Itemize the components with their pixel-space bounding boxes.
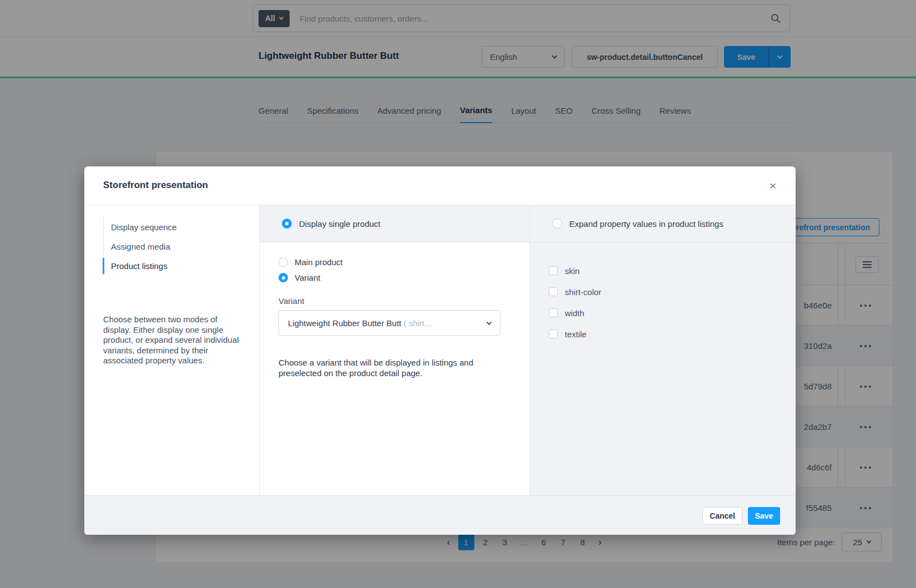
single-product-column: Display single product Main product Vari… [260, 205, 529, 495]
radio-unchecked-icon[interactable] [552, 219, 562, 229]
radio-unchecked-icon[interactable] [279, 257, 288, 267]
property-option-skin[interactable]: skin [549, 260, 796, 281]
single-product-settings: Main product Variant Variant Lightweight… [260, 242, 529, 378]
variant-select[interactable]: Lightweight Rubber Butter Butt ( shirt..… [279, 310, 500, 336]
variant-option[interactable]: Variant [279, 273, 529, 282]
expand-properties-column: Expand property values in product listin… [529, 205, 796, 495]
property-option-textile[interactable]: textile [549, 323, 796, 344]
storefront-presentation-modal: Storefront presentation × Display sequen… [84, 166, 796, 535]
variant-select-value: Lightweight Rubber Butter Butt [288, 318, 401, 328]
nav-item-assigned-media[interactable]: Assigned media [104, 237, 231, 256]
property-checkbox-list: skin shirt-color width textile [530, 242, 796, 344]
modal-title: Storefront presentation [103, 180, 208, 191]
modal-save-button[interactable]: Save [748, 507, 780, 525]
radio-checked-icon[interactable] [282, 219, 292, 229]
radio-checked-icon[interactable] [279, 273, 288, 282]
property-option-shirt-color[interactable]: shirt-color [549, 281, 796, 302]
expand-property-values-option[interactable]: Expand property values in product listin… [530, 205, 796, 242]
mode-description: Choose between two modes of display. Eit… [103, 315, 245, 366]
modal-nav-column: Display sequence Assigned media Product … [84, 205, 260, 495]
property-option-width[interactable]: width [549, 302, 796, 323]
variant-select-value-suffix: ( shirt... [401, 318, 431, 328]
checkbox-unchecked-icon[interactable] [549, 266, 558, 275]
main-product-option[interactable]: Main product [279, 257, 529, 267]
checkbox-unchecked-icon[interactable] [549, 308, 558, 317]
nav-item-display-sequence[interactable]: Display sequence [104, 217, 231, 237]
checkbox-unchecked-icon[interactable] [549, 330, 558, 338]
checkbox-unchecked-icon[interactable] [549, 287, 558, 296]
chevron-down-icon [487, 320, 492, 325]
modal-nav-list: Display sequence Assigned media Product … [103, 217, 231, 276]
modal-cancel-button[interactable]: Cancel [702, 507, 742, 525]
mode-option-label[interactable]: Expand property values in product listin… [569, 219, 723, 229]
variant-field-label: Variant [279, 296, 529, 306]
nav-item-product-listings[interactable]: Product listings [104, 256, 231, 276]
modal-body: Display sequence Assigned media Product … [84, 205, 796, 495]
mode-option-label[interactable]: Display single product [299, 219, 381, 229]
screen: All Lightweight Rubber Butter Butt Engli… [0, 0, 916, 588]
modal-header: Storefront presentation × [84, 166, 796, 205]
modal-footer: Cancel Save [84, 495, 796, 535]
variant-help-text: Choose a variant that will be displayed … [279, 357, 498, 378]
close-icon[interactable]: × [765, 178, 781, 194]
display-single-product-option[interactable]: Display single product [260, 205, 529, 242]
